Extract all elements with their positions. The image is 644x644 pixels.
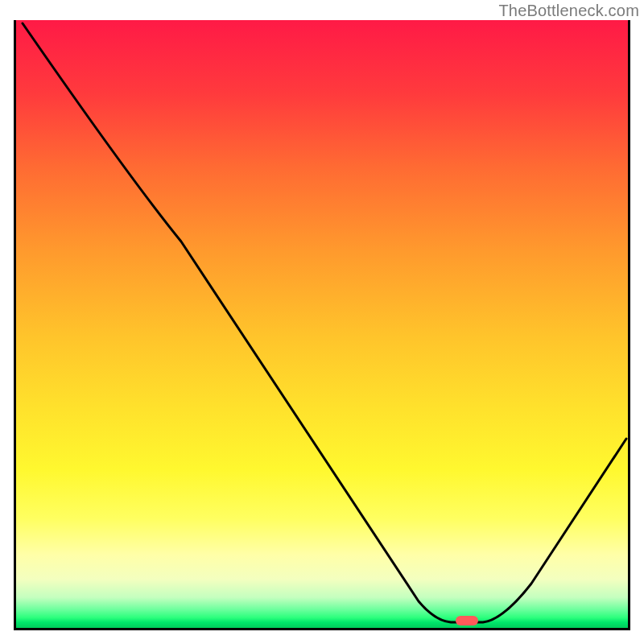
plot-area — [14, 20, 630, 630]
line-chart — [16, 20, 628, 628]
watermark-text: TheBottleneck.com — [498, 2, 639, 20]
chart-container: TheBottleneck.com — [0, 0, 644, 644]
bottleneck-curve — [23, 23, 626, 622]
optimal-marker — [456, 616, 478, 625]
